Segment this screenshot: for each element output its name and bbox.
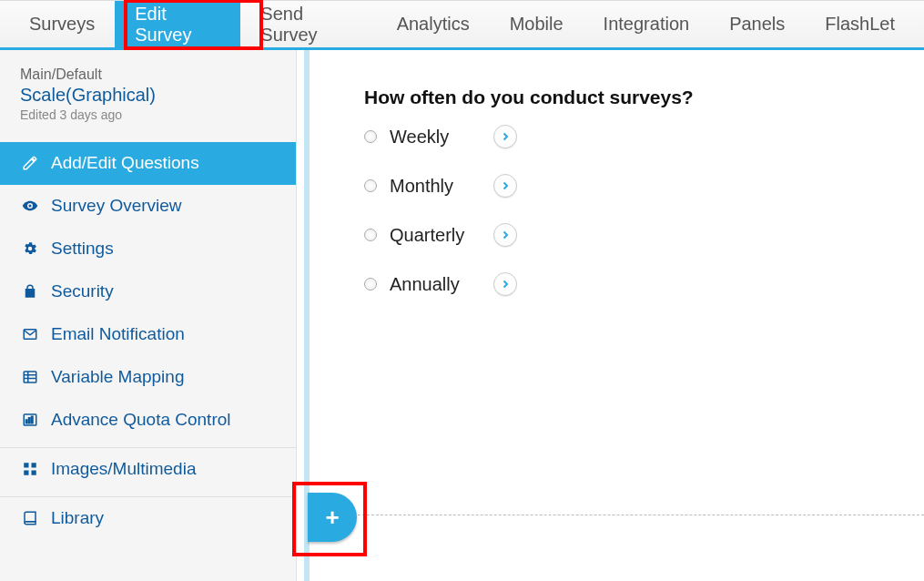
tab-label: Mobile <box>510 14 564 35</box>
tab-label: Panels <box>729 14 785 35</box>
side-menu: Add/Edit Questions Survey Overview Setti… <box>0 142 296 540</box>
svg-rect-7 <box>29 418 31 423</box>
tab-surveys[interactable]: Surveys <box>9 1 115 47</box>
top-tabs: Surveys Edit Survey Send Survey Analytic… <box>0 0 924 50</box>
option-annually[interactable]: Annually <box>364 272 924 296</box>
sidebar-item-add-edit-questions[interactable]: Add/Edit Questions <box>0 142 296 185</box>
option-label: Monthly <box>390 176 481 197</box>
svg-rect-10 <box>32 463 36 467</box>
option-label: Weekly <box>390 127 481 148</box>
sidebar-item-label: Variable Mapping <box>51 367 184 387</box>
sidebar-item-label: Images/Multimedia <box>51 459 196 479</box>
tab-mobile[interactable]: Mobile <box>490 1 584 47</box>
radio-icon[interactable] <box>364 278 377 290</box>
tab-label: Integration <box>604 14 690 35</box>
sidebar-item-images-multimedia[interactable]: Images/Multimedia <box>0 448 296 491</box>
content-area: How often do you conduct surveys? Weekly… <box>297 50 924 581</box>
survey-header: Main/Default Scale(Graphical) Edited 3 d… <box>0 50 296 133</box>
sidebar-item-label: Settings <box>51 239 114 259</box>
tab-label: Surveys <box>29 14 95 35</box>
sidebar-item-label: Security <box>51 281 114 301</box>
tab-label: Send Survey <box>260 4 356 46</box>
sidebar-item-label: Add/Edit Questions <box>51 153 199 173</box>
sidebar-item-library[interactable]: Library <box>0 497 296 540</box>
sidebar-item-label: Email Notification <box>51 324 185 344</box>
sidebar-item-security[interactable]: Security <box>0 270 296 313</box>
radio-icon[interactable] <box>364 229 377 241</box>
tab-send-survey[interactable]: Send Survey <box>240 1 376 47</box>
mail-icon <box>20 326 40 342</box>
svg-rect-8 <box>32 416 34 423</box>
expand-button[interactable] <box>493 223 517 247</box>
add-question-button[interactable]: + <box>308 493 357 542</box>
book-icon <box>20 510 40 526</box>
main-body: Main/Default Scale(Graphical) Edited 3 d… <box>0 50 924 581</box>
plus-icon: + <box>325 505 339 529</box>
grid-icon <box>20 461 40 477</box>
tab-flashlet[interactable]: FlashLet <box>805 1 915 47</box>
svg-rect-11 <box>24 471 28 475</box>
tab-edit-survey[interactable]: Edit Survey <box>115 1 240 47</box>
svg-rect-6 <box>26 420 28 423</box>
option-monthly[interactable]: Monthly <box>364 174 924 198</box>
svg-rect-1 <box>24 372 36 382</box>
tab-label: Edit Survey <box>135 4 220 46</box>
sidebar: Main/Default Scale(Graphical) Edited 3 d… <box>0 50 297 581</box>
tab-label: Analytics <box>397 14 470 35</box>
gear-icon <box>20 240 40 257</box>
radio-icon[interactable] <box>364 130 377 143</box>
sidebar-item-advance-quota[interactable]: Advance Quota Control <box>0 399 296 442</box>
survey-title[interactable]: Scale(Graphical) <box>20 85 276 106</box>
radio-icon[interactable] <box>364 179 377 192</box>
svg-rect-9 <box>24 463 28 467</box>
eye-icon <box>20 198 40 214</box>
expand-button[interactable] <box>493 174 517 198</box>
sidebar-item-email-notification[interactable]: Email Notification <box>0 313 296 356</box>
insert-divider <box>308 515 924 515</box>
option-label: Quarterly <box>390 225 481 246</box>
question-panel: How often do you conduct surveys? Weekly… <box>304 50 924 581</box>
sidebar-item-survey-overview[interactable]: Survey Overview <box>0 185 296 228</box>
survey-edited: Edited 3 days ago <box>20 107 276 122</box>
option-quarterly[interactable]: Quarterly <box>364 223 924 247</box>
breadcrumb: Main/Default <box>20 66 276 83</box>
edit-icon <box>20 155 40 171</box>
tab-integration[interactable]: Integration <box>584 1 710 47</box>
expand-button[interactable] <box>493 125 517 148</box>
svg-rect-12 <box>32 471 36 475</box>
tab-label: FlashLet <box>825 14 895 35</box>
sidebar-item-label: Advance Quota Control <box>51 410 231 430</box>
tab-panels[interactable]: Panels <box>709 1 805 47</box>
option-weekly[interactable]: Weekly <box>364 125 924 148</box>
bar-chart-icon <box>20 412 40 428</box>
sidebar-item-settings[interactable]: Settings <box>0 228 296 270</box>
expand-button[interactable] <box>493 272 517 296</box>
option-label: Annually <box>390 274 481 295</box>
lock-icon <box>20 283 40 300</box>
question-text: How often do you conduct surveys? <box>364 87 924 108</box>
list-icon <box>20 369 40 385</box>
sidebar-item-variable-mapping[interactable]: Variable Mapping <box>0 356 296 399</box>
tab-analytics[interactable]: Analytics <box>377 1 490 47</box>
options-list: Weekly Monthly Quarterly <box>364 125 924 296</box>
sidebar-item-label: Survey Overview <box>51 196 182 216</box>
sidebar-item-label: Library <box>51 508 104 528</box>
